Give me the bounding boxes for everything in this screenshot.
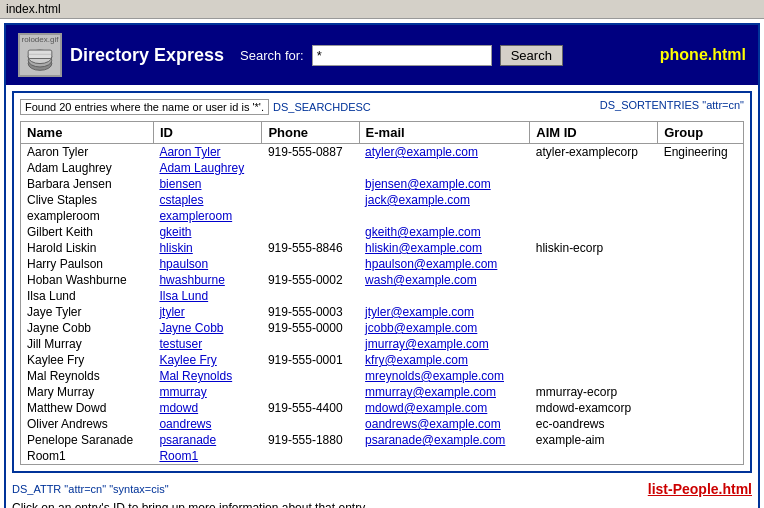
- window-title: index.html: [0, 0, 764, 19]
- cell-id[interactable]: oandrews: [153, 416, 261, 432]
- phone-link[interactable]: phone.html: [660, 46, 746, 64]
- cell-id[interactable]: biensen: [153, 176, 261, 192]
- cell-aim: [530, 336, 658, 352]
- cell-phone: [262, 224, 359, 240]
- cell-id[interactable]: Aaron Tyler: [153, 144, 261, 161]
- footer-bottom: Click on an entry's ID to bring up more …: [6, 499, 758, 508]
- cell-email[interactable]: kfry@example.com: [359, 352, 530, 368]
- table-row: Adam LaughreyAdam Laughrey: [21, 160, 744, 176]
- cell-name: Jayne Cobb: [21, 320, 154, 336]
- cell-email[interactable]: [359, 208, 530, 224]
- cell-phone: 919-555-0000: [262, 320, 359, 336]
- cell-aim: [530, 320, 658, 336]
- cell-email[interactable]: wash@example.com: [359, 272, 530, 288]
- cell-aim: [530, 272, 658, 288]
- cell-group: [658, 432, 744, 448]
- search-button[interactable]: Search: [500, 45, 563, 66]
- cell-phone: [262, 368, 359, 384]
- cell-id[interactable]: Kaylee Fry: [153, 352, 261, 368]
- table-row: Harry Paulsonhpaulsonhpaulson@example.co…: [21, 256, 744, 272]
- cell-group: [658, 448, 744, 465]
- cell-id[interactable]: mdowd: [153, 400, 261, 416]
- cell-id[interactable]: Ilsa Lund: [153, 288, 261, 304]
- table-row: Gilbert Keithgkeithgkeith@example.com: [21, 224, 744, 240]
- cell-id[interactable]: hliskin: [153, 240, 261, 256]
- search-input[interactable]: [312, 45, 492, 66]
- cell-email[interactable]: [359, 288, 530, 304]
- cell-email[interactable]: bjensen@example.com: [359, 176, 530, 192]
- rolodex-icon: [22, 45, 58, 75]
- cell-name: Adam Laughrey: [21, 160, 154, 176]
- cell-id[interactable]: psaranade: [153, 432, 261, 448]
- cell-email[interactable]: jcobb@example.com: [359, 320, 530, 336]
- ds-attr: DS_ATTR "attr=cn" "syntax=cis": [12, 483, 169, 495]
- col-group: Group: [658, 122, 744, 144]
- cell-id[interactable]: mmurray: [153, 384, 261, 400]
- cell-email[interactable]: mmurray@example.com: [359, 384, 530, 400]
- header: rolodex.gif Directory Express Search for…: [6, 25, 758, 85]
- outer-border: rolodex.gif Directory Express Search for…: [4, 23, 760, 508]
- cell-aim: [530, 208, 658, 224]
- cell-id[interactable]: Jayne Cobb: [153, 320, 261, 336]
- cell-name: Jaye Tyler: [21, 304, 154, 320]
- cell-id[interactable]: Adam Laughrey: [153, 160, 261, 176]
- cell-name: Kaylee Fry: [21, 352, 154, 368]
- cell-name: Mal Reynolds: [21, 368, 154, 384]
- cell-id[interactable]: jtyler: [153, 304, 261, 320]
- cell-id[interactable]: cstaples: [153, 192, 261, 208]
- footer: DS_ATTR "attr=cn" "syntax=cis" list-Peop…: [6, 479, 758, 499]
- cell-name: Gilbert Keith: [21, 224, 154, 240]
- table-row: exampleroomexampleroom: [21, 208, 744, 224]
- cell-group: [658, 320, 744, 336]
- cell-email[interactable]: jtyler@example.com: [359, 304, 530, 320]
- cell-group: [658, 272, 744, 288]
- cell-email[interactable]: jmurray@example.com: [359, 336, 530, 352]
- cell-aim: [530, 176, 658, 192]
- cell-phone: 919-555-1880: [262, 432, 359, 448]
- cell-email[interactable]: atyler@example.com: [359, 144, 530, 161]
- cell-group: [658, 400, 744, 416]
- cell-aim: [530, 256, 658, 272]
- sort-entries: DS_SORTENTRIES "attr=cn": [600, 99, 744, 115]
- table-row: Jaye Tylerjtyler919-555-0003jtyler@examp…: [21, 304, 744, 320]
- cell-aim: [530, 288, 658, 304]
- cell-aim: [530, 352, 658, 368]
- cell-id[interactable]: testuser: [153, 336, 261, 352]
- cell-email[interactable]: hliskin@example.com: [359, 240, 530, 256]
- table-row: Aaron TylerAaron Tyler919-555-0887atyler…: [21, 144, 744, 161]
- cell-email[interactable]: [359, 160, 530, 176]
- logo-caption: rolodex.gif: [22, 35, 59, 45]
- table-row: Jayne CobbJayne Cobb919-555-0000jcobb@ex…: [21, 320, 744, 336]
- cell-group: [658, 336, 744, 352]
- list-people-link[interactable]: list-People.html: [648, 481, 752, 497]
- cell-id[interactable]: hpaulson: [153, 256, 261, 272]
- cell-email[interactable]: psaranade@example.com: [359, 432, 530, 448]
- col-name: Name: [21, 122, 154, 144]
- cell-phone: [262, 336, 359, 352]
- cell-id[interactable]: Room1: [153, 448, 261, 465]
- results-table: Name ID Phone E-mail AIM ID Group Aaron …: [20, 121, 744, 465]
- cell-id[interactable]: gkeith: [153, 224, 261, 240]
- cell-email[interactable]: mreynolds@example.com: [359, 368, 530, 384]
- table-row: Mal ReynoldsMal Reynoldsmreynolds@exampl…: [21, 368, 744, 384]
- cell-id[interactable]: Mal Reynolds: [153, 368, 261, 384]
- search-desc-box: Found 20 entries where the name or user …: [20, 99, 269, 115]
- col-phone: Phone: [262, 122, 359, 144]
- cell-phone: [262, 448, 359, 465]
- cell-phone: [262, 160, 359, 176]
- cell-email[interactable]: mdowd@example.com: [359, 400, 530, 416]
- cell-email[interactable]: [359, 448, 530, 465]
- cell-name: Penelope Saranade: [21, 432, 154, 448]
- cell-email[interactable]: oandrews@example.com: [359, 416, 530, 432]
- cell-id[interactable]: hwashburne: [153, 272, 261, 288]
- cell-email[interactable]: gkeith@example.com: [359, 224, 530, 240]
- cell-group: [658, 384, 744, 400]
- cell-phone: [262, 176, 359, 192]
- cell-email[interactable]: jack@example.com: [359, 192, 530, 208]
- table-row: Clive Staplescstaplesjack@example.com: [21, 192, 744, 208]
- cell-phone: [262, 416, 359, 432]
- cell-id[interactable]: exampleroom: [153, 208, 261, 224]
- col-email: E-mail: [359, 122, 530, 144]
- cell-email[interactable]: hpaulson@example.com: [359, 256, 530, 272]
- cell-aim: [530, 192, 658, 208]
